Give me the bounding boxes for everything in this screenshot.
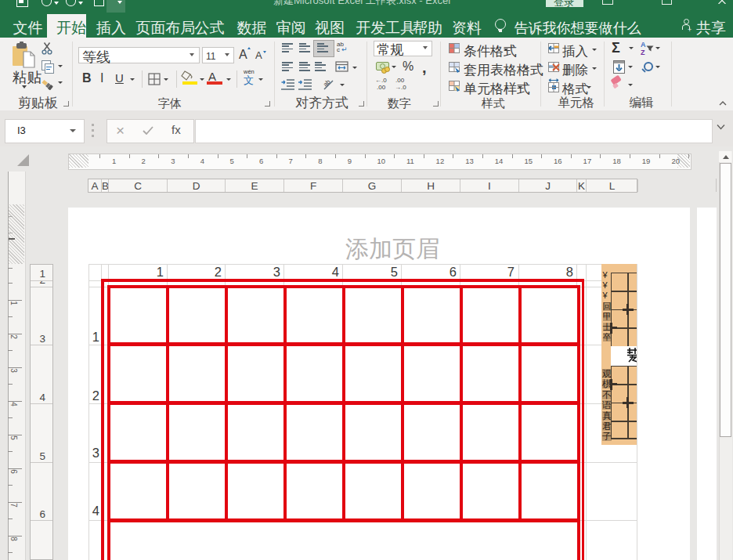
svg-text:ab: ab <box>323 78 332 89</box>
